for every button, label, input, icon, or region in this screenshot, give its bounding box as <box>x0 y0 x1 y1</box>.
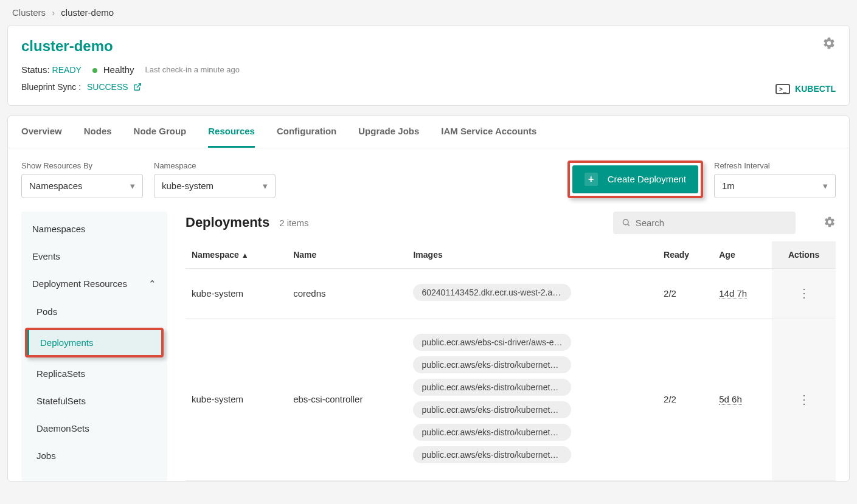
cell-age: 14d 7h <box>713 268 772 318</box>
create-deployment-label: Create Deployment <box>608 174 686 184</box>
item-count: 2 items <box>279 218 308 228</box>
image-pill[interactable]: public.ecr.aws/eks-distro/kubernetes-… <box>413 424 571 441</box>
cell-namespace: kube-system <box>186 268 287 318</box>
col-ready[interactable]: Ready <box>657 241 713 269</box>
cell-age: 5d 6h <box>713 318 772 480</box>
tab-node-group[interactable]: Node Group <box>134 126 187 148</box>
col-images[interactable]: Images <box>407 241 657 269</box>
chevron-up-icon: ⌃ <box>148 278 156 289</box>
svg-line-0 <box>136 84 140 88</box>
cell-name: ebs-csi-controller <box>287 318 407 480</box>
kubectl-label: KUBECTL <box>795 84 836 94</box>
tab-upgrade-jobs[interactable]: Upgrade Jobs <box>358 126 419 148</box>
external-link-icon[interactable] <box>133 83 142 93</box>
blueprint-label: Blueprint Sync : <box>21 82 81 92</box>
breadcrumb-sep: › <box>52 7 55 18</box>
namespace-label: Namespace <box>154 161 276 170</box>
cell-ready: 2/2 <box>657 268 713 318</box>
breadcrumb-current: cluster-demo <box>61 7 114 18</box>
tab-iam-service-accounts[interactable]: IAM Service Accounts <box>441 126 536 148</box>
refresh-select[interactable]: 1m ▾ <box>714 174 836 198</box>
chevron-down-icon: ▾ <box>130 181 135 192</box>
sidebar-sub-deployments[interactable]: Deployments <box>27 330 161 355</box>
tab-resources[interactable]: Resources <box>208 126 255 148</box>
gear-icon[interactable] <box>824 216 836 230</box>
resource-sidebar: NamespacesEventsDeployment Resources⌃Pod… <box>21 212 167 481</box>
controls-row: Show Resources By Namespaces ▾ Namespace… <box>8 148 849 204</box>
main-area: Deployments 2 items Namespace▲NameImages… <box>186 212 836 481</box>
create-deployment-button[interactable]: + Create Deployment <box>572 165 698 193</box>
plus-icon: + <box>585 173 598 186</box>
show-by-label: Show Resources By <box>21 161 143 170</box>
main-title: Deployments <box>186 215 269 230</box>
sidebar-deployments-highlight: Deployments <box>25 328 164 357</box>
cluster-title: cluster-demo <box>21 38 836 55</box>
tab-overview[interactable]: Overview <box>21 126 62 148</box>
cell-actions: ⋮ <box>772 318 836 480</box>
sidebar-sub-statefulsets[interactable]: StatefulSets <box>21 387 167 415</box>
cell-images: public.ecr.aws/ebs-csi-driver/aws-ebs-…p… <box>407 318 657 480</box>
cluster-header-card: cluster-demo Status: READY Healthy Last … <box>7 25 850 106</box>
col-age[interactable]: Age <box>713 241 772 269</box>
search-box[interactable] <box>613 212 796 234</box>
refresh-label: Refresh Interval <box>714 161 836 170</box>
status-value: READY <box>52 65 82 75</box>
image-pill[interactable]: public.ecr.aws/eks-distro/kubernetes-… <box>413 356 571 373</box>
breadcrumb-root[interactable]: Clusters <box>12 7 46 18</box>
image-pill[interactable]: public.ecr.aws/eks-distro/kubernetes-… <box>413 401 571 418</box>
image-pill[interactable]: public.ecr.aws/eks-distro/kubernetes-… <box>413 446 571 463</box>
breadcrumb: Clusters › cluster-demo <box>0 0 857 25</box>
last-checkin: Last check-in a minute ago <box>145 65 240 74</box>
col-actions[interactable]: Actions <box>772 241 836 269</box>
show-by-select[interactable]: Namespaces ▾ <box>21 174 143 198</box>
create-deployment-highlight: + Create Deployment <box>567 161 703 198</box>
deployments-table: Namespace▲NameImagesReadyAgeActions kube… <box>186 241 836 481</box>
terminal-icon: >_ <box>775 84 790 94</box>
gear-icon[interactable] <box>822 36 836 52</box>
sidebar-sub-pods[interactable]: Pods <box>21 298 167 325</box>
col-name[interactable]: Name <box>287 241 407 269</box>
image-pill[interactable]: public.ecr.aws/ebs-csi-driver/aws-ebs-… <box>413 334 571 351</box>
cell-namespace: kube-system <box>186 318 287 480</box>
svg-point-1 <box>623 219 628 225</box>
table-row: kube-systemebs-csi-controllerpublic.ecr.… <box>186 318 836 480</box>
kubectl-button[interactable]: >_ KUBECTL <box>775 84 836 94</box>
sort-asc-icon: ▲ <box>241 251 249 260</box>
show-by-value: Namespaces <box>29 181 83 191</box>
sidebar-sub-jobs[interactable]: Jobs <box>21 442 167 469</box>
cell-name: coredns <box>287 268 407 318</box>
namespace-value: kube-system <box>162 181 213 191</box>
tabs-card: OverviewNodesNode GroupResourcesConfigur… <box>7 116 850 482</box>
sidebar-section-deployment-resources[interactable]: Deployment Resources⌃ <box>21 270 167 298</box>
chevron-down-icon: ▾ <box>263 181 268 192</box>
image-pill[interactable]: 602401143452.dkr.ecr.us-west-2.ama… <box>413 284 571 301</box>
svg-line-2 <box>628 224 630 226</box>
health-text: Healthy <box>103 64 134 75</box>
image-pill[interactable]: public.ecr.aws/eks-distro/kubernetes-… <box>413 379 571 396</box>
search-input[interactable] <box>636 218 787 228</box>
sidebar-sub-replicasets[interactable]: ReplicaSets <box>21 360 167 387</box>
more-actions-icon[interactable]: ⋮ <box>798 286 810 300</box>
search-icon <box>622 218 631 227</box>
cell-actions: ⋮ <box>772 268 836 318</box>
health-dot-icon <box>92 68 97 73</box>
tab-nodes[interactable]: Nodes <box>84 126 112 148</box>
namespace-select[interactable]: kube-system ▾ <box>154 174 276 198</box>
sidebar-item-events[interactable]: Events <box>21 243 167 270</box>
chevron-down-icon: ▾ <box>823 181 828 192</box>
sidebar-item-namespaces[interactable]: Namespaces <box>21 215 167 243</box>
table-row: kube-systemcoredns602401143452.dkr.ecr.u… <box>186 268 836 318</box>
cell-ready: 2/2 <box>657 318 713 480</box>
refresh-value: 1m <box>722 181 735 191</box>
tabs-bar: OverviewNodesNode GroupResourcesConfigur… <box>8 116 849 148</box>
blueprint-value[interactable]: SUCCESS <box>87 82 128 92</box>
more-actions-icon[interactable]: ⋮ <box>798 393 810 406</box>
cell-images: 602401143452.dkr.ecr.us-west-2.ama… <box>407 268 657 318</box>
col-namespace[interactable]: Namespace▲ <box>186 241 287 269</box>
status-label: Status: <box>21 64 50 75</box>
sidebar-sub-daemonsets[interactable]: DaemonSets <box>21 415 167 442</box>
tab-configuration[interactable]: Configuration <box>277 126 336 148</box>
